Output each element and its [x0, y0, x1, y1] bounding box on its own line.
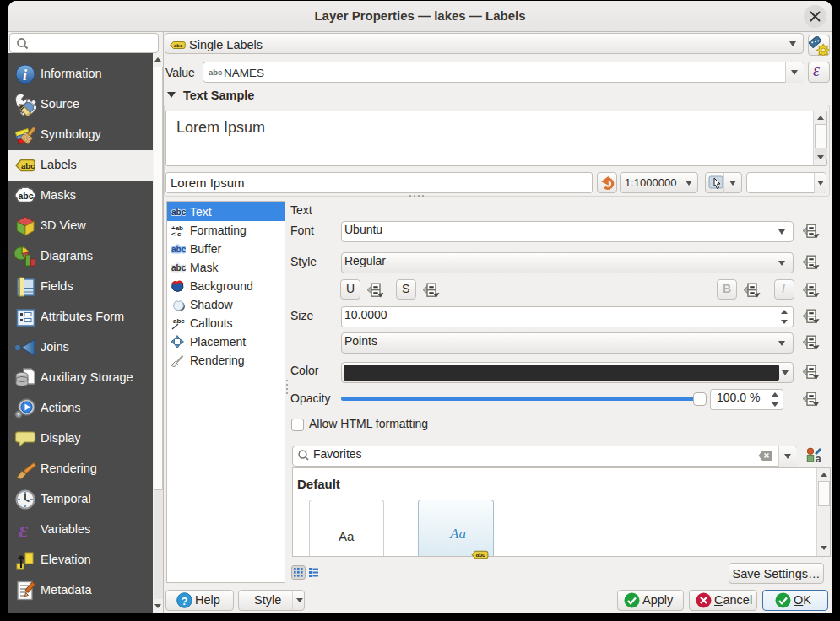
svg-text:abc: abc — [174, 43, 183, 48]
svg-text:abc: abc — [21, 161, 35, 170]
svg-text:abc: abc — [171, 245, 186, 254]
svg-text:abc: abc — [171, 208, 186, 217]
svg-text:ε: ε — [19, 519, 29, 541]
svg-text:a: a — [816, 453, 822, 464]
svg-text:?: ? — [182, 595, 188, 608]
svg-text:abc: abc — [476, 552, 485, 558]
svg-text:< c: < c — [171, 230, 182, 237]
svg-text:abc: abc — [19, 191, 34, 201]
svg-text:abc: abc — [171, 263, 186, 273]
svg-text:abc: abc — [173, 317, 185, 325]
svg-text:i: i — [23, 67, 27, 84]
